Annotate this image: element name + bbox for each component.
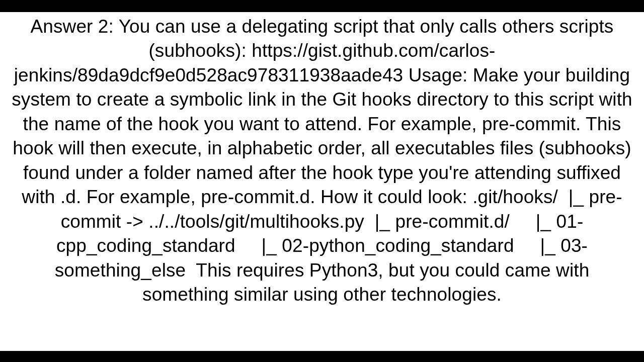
bottom-bar [0,351,644,362]
answer-text: Answer 2: You can use a delegating scrip… [9,15,635,307]
top-bar [0,0,644,12]
content-area: Answer 2: You can use a delegating scrip… [0,12,644,351]
